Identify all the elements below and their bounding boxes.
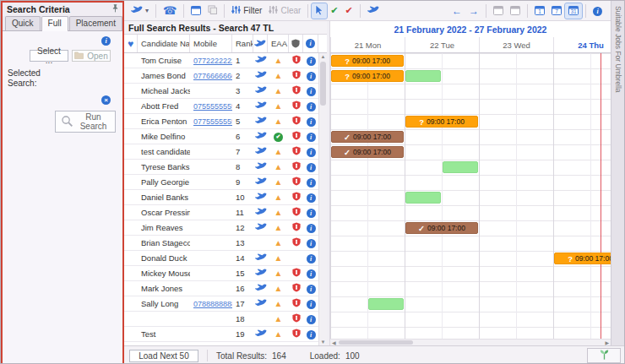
eaa-cell[interactable]: ▲ [268, 312, 289, 326]
info-cell[interactable]: i [303, 296, 318, 311]
candidate-row[interactable]: Micheal Jackson3▲i [124, 84, 327, 99]
shift-bar-unconfirmed[interactable]: ?09:00 17:00 [554, 253, 611, 264]
shield-cell[interactable] [289, 175, 303, 189]
mobile-link[interactable]: 0775555555555 [193, 117, 232, 126]
candidate-row[interactable]: Abott Fred07555555555554▲i [124, 99, 327, 114]
run-search-button[interactable]: Run Search [55, 111, 116, 133]
candidate-row[interactable]: Test19▲i [124, 327, 327, 342]
results-vertical-scrollbar[interactable]: ▲ ▼ [318, 53, 327, 345]
shift-bar-confirmed[interactable]: ✓09:00 17:00 [331, 146, 404, 158]
schedule-info-button[interactable]: i [590, 4, 606, 18]
eaa-cell[interactable]: ▲ [268, 160, 289, 174]
mobile-link[interactable]: 0776666666666 [193, 72, 232, 80]
next-period-button[interactable]: → [465, 4, 482, 18]
favourite-cell[interactable] [124, 296, 138, 311]
dove-cell[interactable] [253, 281, 268, 296]
dove-cell[interactable] [253, 144, 268, 159]
shield-cell[interactable] [289, 53, 303, 68]
favourite-cell[interactable] [124, 190, 138, 204]
dove-cell[interactable] [253, 175, 268, 189]
eaa-cell[interactable]: ▲ [268, 220, 289, 235]
tab-quick[interactable]: Quick [5, 16, 41, 30]
shift-bar-unconfirmed[interactable]: ?09:00 17:00 [331, 70, 404, 82]
favourite-cell[interactable] [124, 84, 138, 98]
shield-cell[interactable] [289, 296, 303, 311]
select-button[interactable]: Select ... [30, 50, 68, 62]
candidate-row[interactable]: Pally Georgie9▲i [124, 175, 327, 190]
eaa-cell[interactable]: ▲ [268, 175, 289, 189]
info-cell[interactable]: i [303, 68, 318, 83]
dove-cell[interactable] [253, 205, 268, 220]
filter-button[interactable]: Filter [228, 3, 265, 18]
favourite-cell[interactable] [124, 114, 138, 128]
dove-cell[interactable] [253, 296, 268, 311]
favourite-cell[interactable] [124, 205, 138, 220]
shield-cell[interactable] [289, 281, 303, 296]
circle-x-icon[interactable]: × [101, 95, 111, 105]
shift-bar-confirmed[interactable]: ✓09:00 17:00 [331, 131, 404, 143]
schedule-horizontal-scrollbar[interactable]: ◀ ▶ [330, 339, 611, 345]
dove-cell[interactable] [253, 327, 268, 341]
favourite-cell[interactable] [124, 312, 138, 326]
scroll-right-arrow[interactable]: ▶ [605, 340, 609, 345]
dove-cell[interactable] [253, 220, 268, 235]
scroll-thumb[interactable] [320, 62, 326, 106]
candidate-row[interactable]: Daniel Banks10▲i [124, 190, 327, 205]
mobile-link[interactable]: 07722222222... [193, 57, 232, 65]
info-cell[interactable]: i [303, 190, 318, 204]
shield-cell[interactable] [289, 205, 303, 220]
shift-bar-unconfirmed[interactable]: ?09:00 17:00 [405, 116, 478, 128]
dove-cell[interactable] [253, 160, 268, 174]
dove-cell[interactable] [253, 114, 268, 128]
shield-cell[interactable] [289, 190, 303, 204]
suitable-jobs-side-tab[interactable]: Suitable Jobs For Umbrella [611, 1, 624, 345]
shift-bar-available[interactable] [443, 161, 478, 173]
favourite-cell[interactable] [124, 144, 138, 159]
dove-cell[interactable] [253, 266, 268, 280]
select-mode-button[interactable] [312, 3, 327, 19]
favourite-cell[interactable] [124, 129, 138, 144]
phone-button[interactable]: ☎ [160, 3, 180, 18]
info-cell[interactable]: i [303, 129, 318, 144]
candidate-row[interactable]: Brian Stagecoach13▲i [124, 236, 327, 251]
day-view-button[interactable]: 1 [531, 3, 548, 19]
dove-cell[interactable] [253, 84, 268, 98]
shield-cell[interactable] [289, 84, 303, 98]
info-cell[interactable]: i [303, 312, 318, 326]
candidate-mobile[interactable]: 0775555555555 [190, 114, 232, 128]
shift-bar-available[interactable] [368, 298, 404, 310]
info-cell[interactable]: i [303, 205, 318, 220]
header-shield-icon[interactable] [289, 35, 303, 52]
eaa-cell[interactable]: ▲ [268, 236, 289, 250]
shift-bar-confirmed[interactable]: ✓09:00 17:00 [405, 222, 478, 234]
open-button[interactable]: Open [72, 50, 111, 62]
header-candidate-name[interactable]: Candidate Name [138, 35, 190, 52]
scroll-thumb[interactable] [339, 340, 413, 345]
dove-cell[interactable] [253, 53, 268, 68]
info-cell[interactable]: i [303, 236, 318, 250]
info-cell[interactable]: i [303, 175, 318, 189]
dove-cell[interactable] [253, 251, 268, 265]
info-cell[interactable]: i [303, 53, 318, 68]
shift-bar-unconfirmed[interactable]: ?09:00 17:00 [331, 55, 404, 67]
favourite-cell[interactable] [124, 251, 138, 265]
eaa-cell[interactable]: ▲ [268, 99, 289, 113]
favourite-cell[interactable] [124, 327, 138, 341]
calendar-button[interactable] [188, 3, 204, 19]
pin-icon[interactable] [112, 4, 118, 14]
eaa-cell[interactable]: ▲ [268, 266, 289, 280]
eaa-cell[interactable]: ▲ [268, 190, 289, 204]
plant-button[interactable] [587, 348, 621, 363]
dove-cell[interactable] [253, 99, 268, 113]
eaa-cell[interactable]: ▲ [268, 84, 289, 98]
eaa-cell[interactable]: ▲ [268, 114, 289, 128]
load-next-button[interactable]: Load Next 50 [129, 350, 198, 362]
eaa-cell[interactable]: ▲ [268, 327, 289, 341]
info-cell[interactable]: i [303, 99, 318, 113]
favourite-cell[interactable] [124, 220, 138, 235]
shield-cell[interactable] [289, 266, 303, 280]
candidate-row[interactable]: 18▲i [124, 312, 327, 327]
tab-placement[interactable]: Placement [69, 16, 122, 30]
candidate-row[interactable]: Sally Long07888888888...17▲i [124, 296, 327, 312]
shield-cell[interactable] [289, 160, 303, 174]
